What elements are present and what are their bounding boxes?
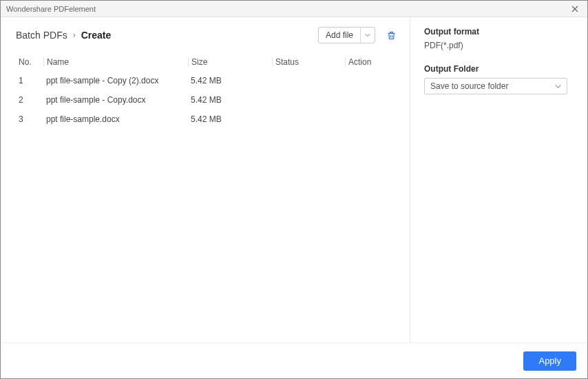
cell-size: 5.42 MB	[188, 76, 272, 85]
top-row: Batch PDFs › Create Add file	[16, 27, 401, 43]
output-folder-label: Output Folder	[424, 64, 575, 74]
table-row[interactable]: 1 ppt file-sample - Copy (2).docx 5.42 M…	[16, 71, 401, 90]
right-panel: Output format PDF(*.pdf) Output Folder S…	[410, 17, 587, 342]
close-icon[interactable]	[568, 2, 582, 16]
cell-action	[345, 114, 401, 124]
col-header-no: No.	[16, 57, 43, 67]
table-body: 1 ppt file-sample - Copy (2).docx 5.42 M…	[16, 71, 401, 129]
cell-size: 5.42 MB	[188, 95, 272, 105]
chevron-right-icon: ›	[73, 30, 76, 40]
footer: Apply	[1, 342, 587, 378]
table-header: No. Name Size Status Action	[16, 54, 401, 71]
cell-status	[272, 114, 345, 124]
cell-name: ppt file-sample.docx	[43, 114, 188, 124]
add-file-button[interactable]: Add file	[319, 28, 361, 43]
col-header-status: Status	[272, 57, 345, 67]
cell-status	[272, 76, 345, 85]
cell-no: 2	[16, 95, 43, 105]
breadcrumb-current: Create	[81, 30, 112, 41]
add-file-dropdown[interactable]	[361, 28, 375, 43]
table-row[interactable]: 2 ppt file-sample - Copy.docx 5.42 MB	[16, 90, 401, 110]
titlebar: Wondershare PDFelement	[1, 1, 587, 17]
breadcrumb-root[interactable]: Batch PDFs	[16, 30, 67, 41]
cell-action	[345, 95, 401, 105]
output-folder-select[interactable]: Save to source folder	[424, 78, 567, 94]
cell-action	[345, 76, 401, 85]
breadcrumb: Batch PDFs › Create	[16, 30, 111, 41]
cell-name: ppt file-sample - Copy (2).docx	[43, 76, 188, 85]
window-title: Wondershare PDFelement	[6, 5, 96, 13]
output-folder-selected: Save to source folder	[430, 81, 508, 91]
col-header-size: Size	[188, 57, 272, 67]
cell-name: ppt file-sample - Copy.docx	[43, 95, 188, 105]
table-row[interactable]: 3 ppt file-sample.docx 5.42 MB	[16, 110, 401, 129]
cell-no: 3	[16, 114, 43, 124]
cell-status	[272, 95, 345, 105]
col-header-action: Action	[345, 57, 401, 67]
apply-button[interactable]: Apply	[523, 351, 576, 371]
output-format-label: Output format	[424, 27, 575, 37]
col-header-name: Name	[43, 57, 188, 67]
main-panel: Batch PDFs › Create Add file No. Name	[1, 17, 410, 342]
output-format-value: PDF(*.pdf)	[424, 41, 575, 50]
cell-size: 5.42 MB	[188, 114, 272, 124]
add-file-split-button[interactable]: Add file	[318, 27, 375, 43]
trash-icon[interactable]	[385, 29, 397, 41]
cell-no: 1	[16, 76, 43, 85]
chevron-down-icon	[555, 83, 561, 90]
